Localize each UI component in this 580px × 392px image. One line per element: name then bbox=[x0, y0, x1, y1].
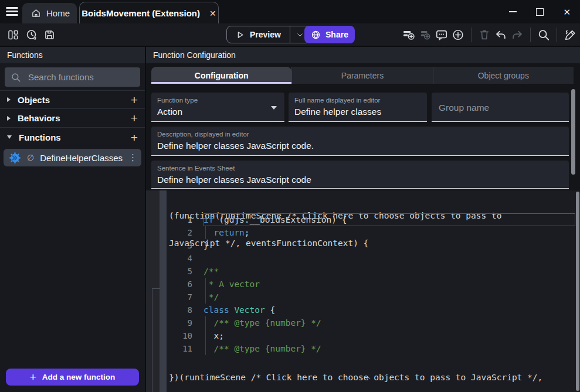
line-content[interactable]: * A vector bbox=[203, 278, 575, 291]
tab-home[interactable]: Home bbox=[22, 3, 77, 23]
javascript-code-editor[interactable]: (function(runtimeScene /* Click here to … bbox=[146, 190, 580, 392]
search-box[interactable] bbox=[5, 67, 140, 87]
code-line[interactable]: 7 */ bbox=[167, 291, 575, 304]
tab-configuration[interactable]: Configuration bbox=[151, 67, 291, 84]
editor-drag-handle[interactable] bbox=[160, 190, 167, 392]
item-menu-icon[interactable]: ⋮ bbox=[128, 152, 137, 163]
tab-label: Configuration bbox=[195, 71, 249, 80]
description-input[interactable] bbox=[157, 141, 564, 151]
window-maximize-icon[interactable] bbox=[536, 8, 544, 16]
tab-close-icon[interactable]: ✕ bbox=[209, 9, 216, 18]
description-field[interactable]: Description, displayed in editor bbox=[151, 127, 569, 156]
sidebar-item-behaviors[interactable]: Behaviors + bbox=[0, 109, 145, 128]
main-menu-button[interactable] bbox=[6, 7, 18, 16]
full-name-input[interactable] bbox=[294, 107, 422, 117]
sentence-input[interactable] bbox=[157, 175, 564, 185]
line-content[interactable]: return; bbox=[203, 226, 575, 239]
code-line[interactable]: 1if (gdjs.__boidsExtension) { bbox=[167, 213, 575, 226]
add-circle-icon[interactable] bbox=[452, 28, 464, 41]
full-name-field[interactable]: Full name displayed in editor bbox=[289, 93, 427, 122]
group-name-field[interactable] bbox=[432, 93, 569, 122]
add-function-button[interactable]: + bbox=[131, 131, 138, 144]
add-subevent-icon[interactable] bbox=[419, 28, 432, 41]
line-content[interactable]: /** @type {number} */ bbox=[203, 316, 575, 329]
tab-extension[interactable]: BoidsMovement (Extension) ✕ bbox=[79, 2, 219, 24]
sidebar-item-functions[interactable]: Functions + bbox=[0, 128, 145, 146]
editor-content[interactable]: (function(runtimeScene /* Click here to … bbox=[167, 190, 575, 392]
share-label: Share bbox=[325, 30, 348, 39]
code-footer[interactable]: })(runtimeScene /* Click here to choose … bbox=[169, 355, 542, 392]
sidebar-tree: Objects + Behaviors + Functions + bbox=[0, 90, 145, 166]
line-content[interactable]: class Vector { bbox=[203, 304, 575, 316]
code-line[interactable]: 6 * A vector bbox=[167, 278, 575, 291]
gdevelop-window: Home BoidsMovement (Extension) ✕ ✕ bbox=[0, 0, 580, 392]
chevron-right-icon[interactable] bbox=[7, 97, 11, 102]
globe-icon bbox=[311, 30, 321, 40]
window-close-icon[interactable]: ✕ bbox=[563, 8, 571, 16]
add-behavior-button[interactable]: + bbox=[131, 112, 138, 124]
code-line[interactable]: 4 bbox=[167, 252, 575, 265]
window-minimize-icon[interactable] bbox=[509, 11, 517, 12]
chevron-right-icon[interactable] bbox=[7, 116, 11, 121]
preview-button-main[interactable]: Preview bbox=[227, 26, 290, 43]
private-function-icon: ∅ bbox=[27, 153, 34, 162]
panel-layout-icon[interactable] bbox=[6, 28, 19, 41]
code-line[interactable]: 5/** bbox=[167, 265, 575, 278]
preview-label: Preview bbox=[250, 30, 281, 39]
search-input[interactable] bbox=[27, 71, 146, 83]
scroll-hint-caret: ^ bbox=[366, 376, 371, 384]
save-icon[interactable] bbox=[43, 28, 56, 41]
search-icon[interactable] bbox=[537, 28, 550, 41]
function-item-selected[interactable]: ∅ DefineHelperClasses ⋮ bbox=[4, 149, 141, 166]
sentence-field[interactable]: Sentence in Events Sheet bbox=[151, 161, 569, 189]
add-event-icon[interactable] bbox=[402, 28, 415, 41]
line-number: 9 bbox=[167, 316, 203, 329]
code-line[interactable]: 10 x; bbox=[167, 329, 575, 342]
play-icon bbox=[236, 30, 245, 39]
add-new-function-button[interactable]: + Add a new function bbox=[6, 369, 139, 386]
code-line[interactable]: 9 /** @type {number} */ bbox=[167, 316, 575, 329]
history-icon[interactable] bbox=[25, 28, 38, 41]
chevron-down-icon[interactable] bbox=[7, 135, 12, 139]
line-content[interactable]: /** @type {number} */ bbox=[203, 342, 575, 355]
code-lines[interactable]: 1if (gdjs.__boidsExtension) {2 return;3}… bbox=[167, 213, 575, 355]
add-object-button[interactable]: + bbox=[131, 94, 138, 106]
line-content[interactable]: x; bbox=[203, 329, 575, 342]
group-name-input[interactable] bbox=[437, 93, 564, 122]
line-number: 8 bbox=[167, 304, 203, 316]
field-label: Sentence in Events Sheet bbox=[157, 165, 235, 172]
line-number: 2 bbox=[167, 226, 203, 239]
line-content[interactable]: } bbox=[203, 239, 575, 252]
line-content[interactable]: if (gdjs.__boidsExtension) { bbox=[203, 213, 575, 226]
code-line[interactable]: 3} bbox=[167, 239, 575, 252]
edit-extension-icon[interactable] bbox=[564, 28, 576, 41]
trash-icon[interactable] bbox=[478, 28, 491, 41]
line-content[interactable] bbox=[203, 252, 575, 265]
undo-icon[interactable] bbox=[494, 28, 507, 41]
code-line[interactable]: 2 return; bbox=[167, 226, 575, 239]
line-number: 5 bbox=[167, 265, 203, 278]
sidebar-item-label: Objects bbox=[18, 95, 131, 105]
editor-scrollbar[interactable] bbox=[576, 192, 579, 391]
home-icon bbox=[31, 8, 41, 18]
line-number: 1 bbox=[167, 213, 203, 226]
line-content[interactable]: */ bbox=[203, 291, 575, 304]
function-configuration-panel: Configuration Parameters Object groups F… bbox=[146, 63, 580, 392]
share-button[interactable]: Share bbox=[304, 26, 355, 43]
tab-object-groups[interactable]: Object groups bbox=[433, 67, 574, 84]
sidebar-item-objects[interactable]: Objects + bbox=[0, 90, 145, 109]
tab-parameters[interactable]: Parameters bbox=[291, 67, 432, 84]
config-scrollbar[interactable] bbox=[571, 89, 575, 175]
functions-sidebar: Objects + Behaviors + Functions + bbox=[0, 63, 145, 392]
redo-icon[interactable] bbox=[511, 28, 524, 41]
line-content[interactable]: /** bbox=[203, 265, 575, 278]
function-type-value[interactable]: Action bbox=[157, 107, 182, 117]
add-comment-icon[interactable] bbox=[435, 28, 448, 41]
chevron-down-icon bbox=[296, 31, 304, 39]
toolbar-right-group bbox=[402, 23, 576, 46]
function-type-field[interactable]: Function type Action bbox=[151, 93, 284, 122]
tab-home-label: Home bbox=[46, 8, 70, 18]
code-line[interactable]: 11 /** @type {number} */ bbox=[167, 342, 575, 355]
preview-button[interactable]: Preview bbox=[226, 26, 310, 43]
code-line[interactable]: 8class Vector { bbox=[167, 304, 575, 316]
